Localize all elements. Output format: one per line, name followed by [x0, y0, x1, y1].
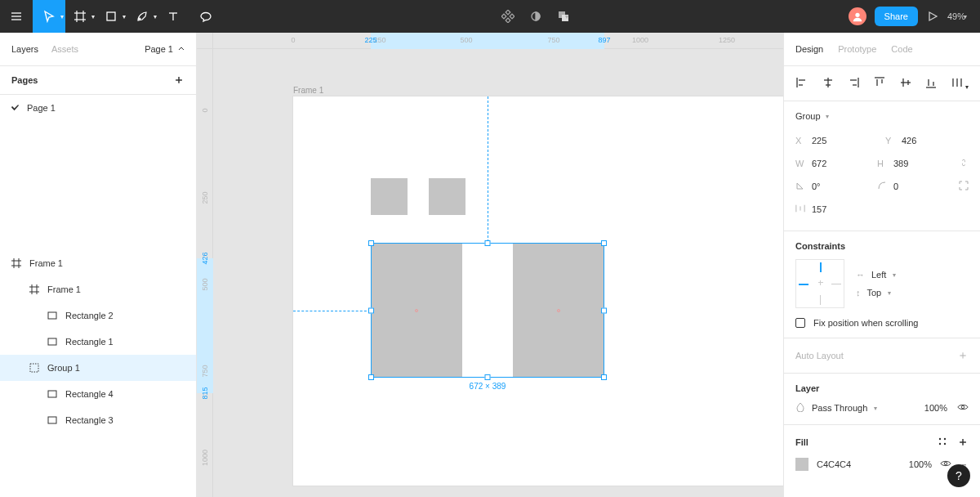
- align-top-icon[interactable]: [873, 76, 886, 91]
- tab-prototype[interactable]: Prototype: [838, 44, 876, 54]
- share-button[interactable]: Share: [875, 7, 918, 26]
- y-input[interactable]: 426: [902, 136, 949, 146]
- ruler-corner: [197, 33, 213, 49]
- layer-rect[interactable]: Rectangle 1: [0, 329, 196, 355]
- distribute-icon[interactable]: ▾: [951, 76, 969, 91]
- layer-name: Group 1: [47, 363, 80, 373]
- selection-kind[interactable]: Group ▾: [795, 111, 969, 121]
- layer-rect[interactable]: Rectangle 3: [0, 407, 196, 433]
- help-button[interactable]: ?: [947, 464, 970, 487]
- autolayout-title: Auto Layout: [795, 351, 844, 360]
- chevron-down-icon: ▾: [964, 13, 967, 20]
- tab-assets[interactable]: Assets: [51, 44, 78, 54]
- layer-name: Rectangle 1: [65, 337, 114, 347]
- chevron-down-icon[interactable]: ▾: [60, 13, 64, 20]
- chevron-down-icon[interactable]: ▾: [91, 13, 95, 20]
- tab-design[interactable]: Design: [795, 44, 823, 54]
- w-input[interactable]: 672: [812, 159, 859, 168]
- avatar[interactable]: [849, 7, 866, 25]
- resize-handle[interactable]: [601, 307, 607, 313]
- constraint-h-select[interactable]: ↔Left▾: [856, 270, 896, 280]
- text-tool[interactable]: [157, 0, 189, 33]
- resize-handle[interactable]: [485, 240, 491, 246]
- blend-mode-select[interactable]: Pass Through: [812, 403, 867, 413]
- independent-corners-icon[interactable]: [959, 181, 969, 192]
- layer-opacity-input[interactable]: 100%: [924, 403, 947, 413]
- link-wh-icon[interactable]: [959, 158, 969, 169]
- layer-name: Frame 1: [47, 284, 81, 294]
- layer-frame[interactable]: Frame 1: [0, 250, 196, 276]
- layer-rect[interactable]: Rectangle 2: [0, 302, 196, 329]
- frame-icon: [11, 258, 21, 268]
- chevron-down-icon[interactable]: ▾: [122, 13, 126, 20]
- style-icon[interactable]: [938, 437, 947, 448]
- svg-point-61: [944, 462, 947, 465]
- page-selector[interactable]: Page 1: [145, 44, 185, 54]
- align-hcenter-icon[interactable]: [822, 76, 835, 91]
- chevron-down-icon[interactable]: ▾: [154, 13, 157, 20]
- kind-label: Group: [795, 111, 821, 121]
- align-left-icon[interactable]: [795, 76, 808, 91]
- spacing-input[interactable]: 157: [812, 204, 859, 214]
- resize-handle[interactable]: [368, 307, 374, 313]
- topbar: ▾ ▾ ▾ ▾: [0, 0, 980, 33]
- svg-rect-14: [510, 14, 514, 19]
- x-input[interactable]: 225: [812, 136, 859, 146]
- radius-icon: [877, 181, 887, 192]
- chevron-down-icon[interactable]: ▾: [565, 13, 568, 20]
- rotation-input[interactable]: 0°: [812, 181, 859, 191]
- components-icon[interactable]: [501, 0, 514, 33]
- ruler-horizontal: 0250500750100012501500225897: [213, 33, 783, 49]
- resize-handle[interactable]: [601, 374, 607, 380]
- pages-header: Pages: [11, 75, 38, 85]
- align-vcenter-icon[interactable]: [899, 76, 912, 91]
- canvas[interactable]: 0250500750100012501500225897 02505007501…: [197, 33, 783, 497]
- selection-box[interactable]: 672 × 389: [371, 243, 604, 378]
- page-item[interactable]: Page 1: [0, 95, 196, 121]
- layer-section-title: Layer: [795, 383, 819, 393]
- layer-group[interactable]: Group 1: [0, 355, 196, 381]
- layer-frame[interactable]: Frame 1: [0, 276, 196, 302]
- rectangle[interactable]: [429, 178, 466, 215]
- x-label: X: [795, 136, 805, 146]
- layer-rect[interactable]: Rectangle 4: [0, 381, 196, 407]
- frame-icon: [29, 284, 39, 294]
- rect-icon: [47, 311, 57, 320]
- fill-hex-input[interactable]: C4C4C4: [817, 459, 851, 469]
- tab-layers[interactable]: Layers: [11, 44, 38, 54]
- zoom-control[interactable]: 49% ▾: [947, 11, 967, 21]
- resize-handle[interactable]: [368, 240, 374, 246]
- radius-input[interactable]: 0: [893, 181, 941, 191]
- add-page-button[interactable]: ＋: [173, 73, 185, 87]
- fill-title: Fill: [795, 437, 808, 447]
- rectangle[interactable]: [371, 178, 408, 215]
- constraint-v-select[interactable]: ↕Top▾: [856, 288, 896, 298]
- svg-rect-11: [506, 10, 510, 15]
- visibility-icon[interactable]: [957, 401, 969, 414]
- fill-opacity-input[interactable]: 100%: [909, 459, 932, 469]
- add-autolayout-button[interactable]: ＋: [957, 348, 969, 363]
- w-label: W: [795, 159, 805, 168]
- mask-icon[interactable]: [529, 0, 542, 33]
- constraint-widget[interactable]: [795, 259, 844, 308]
- left-panel: Layers Assets Page 1 Pages ＋ Page 1 Fram…: [0, 33, 197, 497]
- resize-handle[interactable]: [485, 374, 491, 380]
- frame-label[interactable]: Frame 1: [293, 86, 323, 95]
- resize-handle[interactable]: [601, 240, 607, 246]
- resize-handle[interactable]: [368, 374, 374, 380]
- guide: [293, 311, 371, 311]
- layer-name: Rectangle 4: [65, 389, 114, 399]
- tab-code[interactable]: Code: [891, 44, 912, 54]
- align-bottom-icon[interactable]: [924, 76, 938, 91]
- main-menu-button[interactable]: [0, 0, 33, 33]
- present-button[interactable]: [926, 0, 939, 33]
- svg-rect-27: [48, 312, 56, 319]
- fill-swatch[interactable]: [795, 458, 808, 471]
- checkbox-icon: [795, 318, 805, 328]
- h-input[interactable]: 389: [893, 159, 941, 168]
- fix-scroll-checkbox[interactable]: Fix position when scrolling: [795, 318, 969, 328]
- add-fill-button[interactable]: ＋: [957, 435, 969, 450]
- comment-tool[interactable]: [189, 0, 222, 33]
- page-name: Page 1: [27, 103, 56, 113]
- align-right-icon[interactable]: [847, 76, 860, 91]
